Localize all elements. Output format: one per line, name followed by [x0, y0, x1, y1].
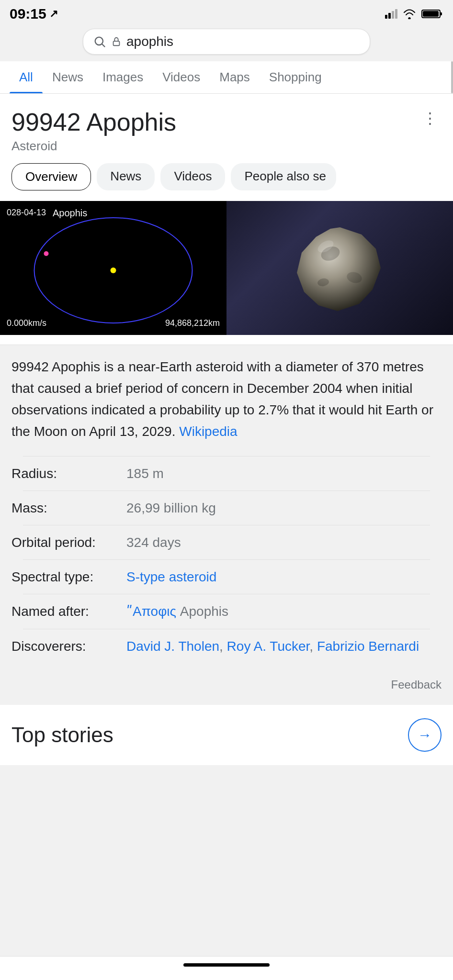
fact-spectral: Spectral type: S-type asteroid — [11, 560, 442, 594]
facts-section: Radius: 185 m Mass: 26,99 billion kg Orb… — [0, 454, 453, 673]
status-bar: 09:15 ↗ — [0, 0, 453, 26]
fact-label-spectral: Spectral type: — [11, 568, 126, 586]
entity-tabs: Overview News Videos People also se — [11, 163, 442, 190]
signal-bar-1 — [385, 15, 387, 19]
wifi-icon — [402, 9, 417, 19]
fact-label-discoverers: Discoverers: — [11, 637, 126, 656]
svg-point-8 — [44, 251, 49, 256]
description-text: 99942 Apophis is a near-Earth asteroid w… — [11, 356, 442, 442]
entity-subtitle: Asteroid — [11, 139, 442, 154]
scroll-indicator — [451, 61, 453, 93]
discoverer-tucker-link[interactable]: Roy A. Tucker — [227, 639, 310, 654]
discoverer-bernardi-link[interactable]: Fabrizio Bernardi — [317, 639, 419, 654]
fact-label-radius: Radius: — [11, 464, 126, 483]
svg-marker-9 — [297, 227, 381, 311]
fact-value-orbital: 324 days — [126, 533, 442, 552]
tab-images[interactable]: Images — [93, 61, 153, 93]
asteroid-svg — [287, 220, 393, 316]
fact-value-discoverers: David J. Tholen, Roy A. Tucker, Fabrizio… — [126, 637, 442, 656]
svg-rect-2 — [423, 11, 439, 17]
orbit-date-label: 028-04-13 — [7, 208, 46, 218]
tab-maps[interactable]: Maps — [210, 61, 260, 93]
knowledge-panel: 99942 Apophis ⋮ Asteroid Overview News V… — [0, 94, 453, 345]
time-display: 09:15 — [10, 6, 46, 22]
images-row: 028-04-13 Apophis 0.000km/s 94,868,212km — [0, 201, 453, 335]
svg-rect-1 — [440, 12, 442, 15]
battery-icon — [421, 9, 443, 19]
search-input-container[interactable]: apophis — [83, 29, 370, 55]
search-query: apophis — [126, 34, 173, 49]
bottom-bar — [0, 956, 453, 980]
status-time: 09:15 ↗ — [10, 6, 58, 22]
fact-orbital: Orbital period: 324 days — [11, 525, 442, 559]
arrow-icon: → — [418, 727, 432, 743]
tab-shopping[interactable]: Shopping — [260, 61, 331, 93]
svg-point-7 — [111, 267, 116, 273]
lock-icon — [111, 36, 122, 47]
top-stories-section: Top stories → — [0, 705, 453, 765]
tab-all[interactable]: All — [10, 61, 43, 93]
fact-named: Named after: ʺΑποφις Apophis — [11, 594, 442, 628]
more-options-button[interactable]: ⋮ — [419, 107, 442, 129]
entity-header: 99942 Apophis ⋮ — [11, 107, 442, 137]
home-indicator — [183, 963, 270, 967]
status-icons — [385, 9, 443, 19]
nav-tabs: All News Images Videos Maps Shopping — [0, 61, 453, 94]
top-stories-arrow-button[interactable]: → — [408, 718, 442, 752]
fact-mass: Mass: 26,99 billion kg — [11, 491, 442, 525]
description-section: 99942 Apophis is a near-Earth asteroid w… — [0, 345, 453, 454]
entity-title: 99942 Apophis — [11, 107, 176, 137]
orbit-speed: 0.000km/s — [7, 318, 46, 328]
entity-tab-videos[interactable]: Videos — [160, 163, 225, 190]
top-stories-header: Top stories → — [11, 718, 442, 752]
signal-strength — [385, 9, 397, 19]
named-greek-link[interactable]: ʺΑποφις — [126, 604, 176, 619]
search-icon — [93, 35, 106, 48]
signal-bar-3 — [392, 11, 394, 19]
location-icon: ↗ — [49, 8, 58, 20]
entity-tab-news[interactable]: News — [97, 163, 155, 190]
named-apophis: Apophis — [180, 604, 228, 619]
fact-radius: Radius: 185 m — [11, 457, 442, 490]
orbit-svg — [0, 201, 226, 335]
tab-news[interactable]: News — [43, 61, 93, 93]
spectral-link[interactable]: S-type asteroid — [126, 569, 216, 584]
asteroid-image[interactable] — [226, 201, 453, 335]
signal-bar-4 — [395, 9, 397, 19]
entity-tab-people-also[interactable]: People also se — [231, 163, 336, 190]
feedback-button[interactable]: Feedback — [391, 678, 442, 691]
svg-rect-5 — [113, 41, 120, 45]
fact-value-mass: 26,99 billion kg — [126, 499, 442, 517]
discoverer-tholen-link[interactable]: David J. Tholen — [126, 639, 219, 654]
svg-line-4 — [102, 44, 104, 46]
top-stories-title: Top stories — [11, 723, 113, 747]
feedback-row: Feedback — [0, 673, 453, 699]
orbit-distance: 94,868,212km — [165, 318, 220, 328]
signal-bar-2 — [388, 13, 391, 19]
fact-discoverers: Discoverers: David J. Tholen, Roy A. Tuc… — [11, 629, 442, 663]
wikipedia-link[interactable]: Wikipedia — [179, 424, 237, 439]
fact-value-radius: 185 m — [126, 464, 442, 483]
search-bar: apophis — [0, 26, 453, 61]
orbit-diagram[interactable]: 028-04-13 Apophis 0.000km/s 94,868,212km — [0, 201, 226, 335]
fact-value-spectral: S-type asteroid — [126, 568, 442, 586]
fact-label-orbital: Orbital period: — [11, 533, 126, 552]
fact-label-mass: Mass: — [11, 499, 126, 517]
fact-value-named: ʺΑποφις Apophis — [126, 602, 442, 621]
entity-tab-overview[interactable]: Overview — [11, 163, 91, 190]
fact-label-named: Named after: — [11, 602, 126, 621]
orbit-title: Apophis — [53, 208, 87, 219]
tab-videos[interactable]: Videos — [153, 61, 210, 93]
